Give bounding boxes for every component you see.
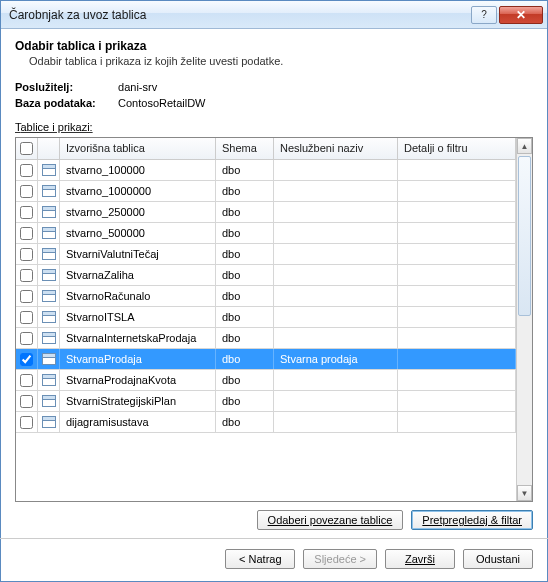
table-row[interactable]: StvarnaZalihadbo bbox=[16, 265, 516, 286]
table-row[interactable]: stvarno_250000dbo bbox=[16, 202, 516, 223]
table-icon bbox=[42, 332, 56, 344]
header-friendly[interactable]: Neslužbeni naziv bbox=[274, 138, 398, 159]
row-filter bbox=[398, 412, 516, 432]
row-icon-cell bbox=[38, 349, 60, 369]
row-icon-cell bbox=[38, 391, 60, 411]
table-icon bbox=[42, 353, 56, 365]
row-checkbox[interactable] bbox=[20, 395, 33, 408]
row-schema: dbo bbox=[216, 349, 274, 369]
header-source[interactable]: Izvorišna tablica bbox=[60, 138, 216, 159]
row-checkbox[interactable] bbox=[20, 332, 33, 345]
row-friendly bbox=[274, 265, 398, 285]
table-row[interactable]: dijagramisustavadbo bbox=[16, 412, 516, 433]
header-filter[interactable]: Detalji o filtru bbox=[398, 138, 516, 159]
vertical-scrollbar[interactable]: ▲ ▼ bbox=[516, 138, 532, 501]
row-checkbox[interactable] bbox=[20, 185, 33, 198]
table-row[interactable]: StvarniStrategijskiPlandbo bbox=[16, 391, 516, 412]
table-icon bbox=[42, 185, 56, 197]
scroll-up-button[interactable]: ▲ bbox=[517, 138, 532, 154]
row-checkbox[interactable] bbox=[20, 290, 33, 303]
row-checkbox-cell[interactable] bbox=[16, 223, 38, 243]
row-icon-cell bbox=[38, 265, 60, 285]
row-checkbox[interactable] bbox=[20, 227, 33, 240]
header-schema[interactable]: Shema bbox=[216, 138, 274, 159]
row-checkbox-cell[interactable] bbox=[16, 307, 38, 327]
row-filter bbox=[398, 286, 516, 306]
row-source: stvarno_1000000 bbox=[60, 181, 216, 201]
row-checkbox[interactable] bbox=[20, 416, 33, 429]
row-checkbox-cell[interactable] bbox=[16, 160, 38, 180]
select-related-button[interactable]: Odaberi povezane tablice bbox=[257, 510, 404, 530]
database-label: Baza podataka: bbox=[15, 97, 115, 109]
row-checkbox[interactable] bbox=[20, 353, 33, 366]
row-source: StvarnaZaliha bbox=[60, 265, 216, 285]
row-filter bbox=[398, 370, 516, 390]
grid-action-buttons: Odaberi povezane tablice Pretpregledaj &… bbox=[15, 502, 533, 538]
row-schema: dbo bbox=[216, 160, 274, 180]
table-row[interactable]: stvarno_500000dbo bbox=[16, 223, 516, 244]
close-button[interactable]: ✕ bbox=[499, 6, 543, 24]
row-checkbox-cell[interactable] bbox=[16, 370, 38, 390]
tables-label: Tablice i prikazi: bbox=[15, 121, 533, 133]
row-checkbox[interactable] bbox=[20, 374, 33, 387]
table-row[interactable]: StvarniValutniTečajdbo bbox=[16, 244, 516, 265]
row-checkbox-cell[interactable] bbox=[16, 328, 38, 348]
row-friendly bbox=[274, 160, 398, 180]
row-checkbox[interactable] bbox=[20, 269, 33, 282]
table-row[interactable]: StvarnoITSLAdbo bbox=[16, 307, 516, 328]
grid-header: Izvorišna tablica Shema Neslužbeni naziv… bbox=[16, 138, 516, 160]
row-icon-cell bbox=[38, 307, 60, 327]
row-schema: dbo bbox=[216, 412, 274, 432]
back-button[interactable]: < Natrag bbox=[225, 549, 295, 569]
table-row[interactable]: StvarnoRačunalodbo bbox=[16, 286, 516, 307]
row-checkbox[interactable] bbox=[20, 206, 33, 219]
row-icon-cell bbox=[38, 223, 60, 243]
page-subheading: Odabir tablica i prikaza iz kojih želite… bbox=[29, 55, 533, 67]
scroll-down-button[interactable]: ▼ bbox=[517, 485, 532, 501]
row-checkbox-cell[interactable] bbox=[16, 412, 38, 432]
table-row[interactable]: StvarnaProdajnaKvotadbo bbox=[16, 370, 516, 391]
row-checkbox-cell[interactable] bbox=[16, 181, 38, 201]
row-source: stvarno_250000 bbox=[60, 202, 216, 222]
table-row[interactable]: stvarno_1000000dbo bbox=[16, 181, 516, 202]
row-checkbox-cell[interactable] bbox=[16, 391, 38, 411]
next-button: Sljedeće > bbox=[303, 549, 377, 569]
table-icon bbox=[42, 269, 56, 281]
cancel-button[interactable]: Odustani bbox=[463, 549, 533, 569]
table-row[interactable]: stvarno_100000dbo bbox=[16, 160, 516, 181]
row-filter bbox=[398, 202, 516, 222]
scroll-thumb[interactable] bbox=[518, 156, 531, 316]
table-row[interactable]: StvarnaInternetskaProdajadbo bbox=[16, 328, 516, 349]
row-schema: dbo bbox=[216, 328, 274, 348]
page-heading: Odabir tablica i prikaza bbox=[15, 39, 533, 53]
row-filter bbox=[398, 307, 516, 327]
row-filter bbox=[398, 349, 516, 369]
row-schema: dbo bbox=[216, 265, 274, 285]
row-checkbox[interactable] bbox=[20, 311, 33, 324]
table-icon bbox=[42, 395, 56, 407]
finish-button[interactable]: Završi bbox=[385, 549, 455, 569]
row-checkbox-cell[interactable] bbox=[16, 244, 38, 264]
help-button[interactable]: ? bbox=[471, 6, 497, 24]
row-checkbox-cell[interactable] bbox=[16, 202, 38, 222]
row-checkbox-cell[interactable] bbox=[16, 265, 38, 285]
row-checkbox-cell[interactable] bbox=[16, 286, 38, 306]
row-friendly bbox=[274, 202, 398, 222]
row-friendly bbox=[274, 244, 398, 264]
row-source: StvarniValutniTečaj bbox=[60, 244, 216, 264]
row-icon-cell bbox=[38, 202, 60, 222]
header-checkbox-cell[interactable] bbox=[16, 138, 38, 159]
row-source: stvarno_100000 bbox=[60, 160, 216, 180]
select-all-checkbox[interactable] bbox=[20, 142, 33, 155]
row-checkbox[interactable] bbox=[20, 248, 33, 261]
preview-filter-button[interactable]: Pretpregledaj & filtar bbox=[411, 510, 533, 530]
scroll-track[interactable] bbox=[517, 154, 532, 485]
row-schema: dbo bbox=[216, 286, 274, 306]
wizard-footer: < Natrag Sljedeće > Završi Odustani bbox=[1, 539, 547, 581]
row-checkbox-cell[interactable] bbox=[16, 349, 38, 369]
table-row[interactable]: StvarnaProdajadboStvarna prodaja bbox=[16, 349, 516, 370]
table-icon bbox=[42, 311, 56, 323]
database-value: ContosoRetailDW bbox=[118, 97, 205, 109]
titlebar: Čarobnjak za uvoz tablica ? ✕ bbox=[1, 1, 547, 29]
row-checkbox[interactable] bbox=[20, 164, 33, 177]
